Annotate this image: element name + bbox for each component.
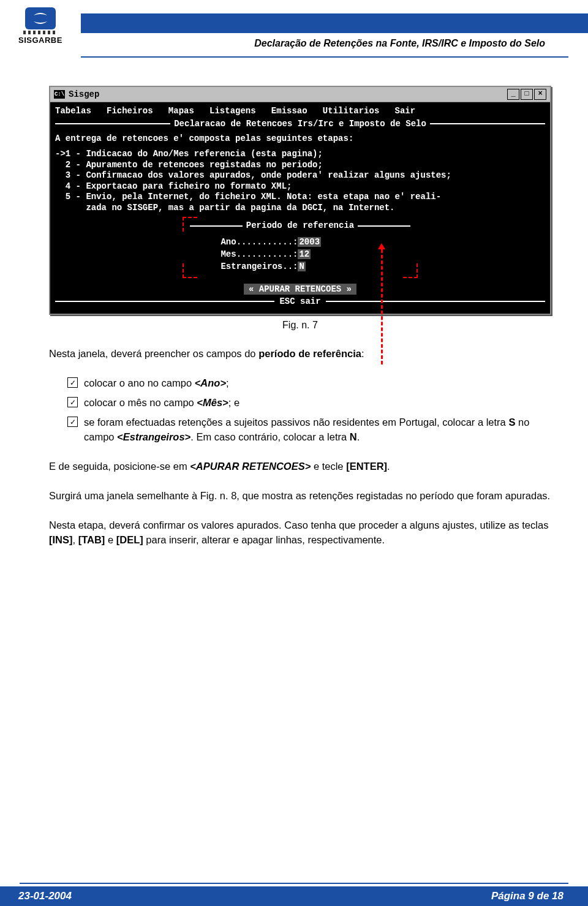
terminal-titlebar: C:\ Sisgep _ □ × <box>50 87 550 102</box>
terminal-window: C:\ Sisgep _ □ × Tabelas Ficheiros Mapas… <box>49 86 551 315</box>
checkbox-icon: ✓ <box>67 417 78 427</box>
apurar-retencoes-button[interactable]: « APURAR RETENCOES » <box>244 284 356 295</box>
panel-title-rule: Declaracao de Retencoes Irs/Irc e Impost… <box>55 118 545 130</box>
footer-date: 23-01-2004 <box>18 890 72 902</box>
check-item-mes: ✓ colocar o mês no campo <Mês>; e <box>67 396 551 410</box>
terminal-sysmenu-icon: C:\ <box>54 90 65 99</box>
terminal-title: Sisgep <box>69 88 99 100</box>
paragraph-fig8: Surgirá uma janela semelhante à Fig. n. … <box>49 489 551 504</box>
maximize-button[interactable]: □ <box>521 89 533 100</box>
logo-icon <box>25 7 56 29</box>
intro-line: A entrega de retencoes e' composta pelas… <box>55 134 545 145</box>
estrangeiros-label: Estrangeiros..: <box>221 262 298 271</box>
mes-label: Mes...........: <box>221 249 298 259</box>
periodo-title: Periodo de referencia <box>243 219 358 232</box>
steps-block: ->1 - Indicacao do Ano/Mes referencia (e… <box>55 149 545 213</box>
esc-rule: ESC sair <box>55 295 545 308</box>
paragraph-apurar: E de seguida, posicione-se em <APURAR RE… <box>49 459 551 474</box>
brand-logo: SISGARBE <box>18 7 62 45</box>
logo-bars-icon <box>23 31 58 34</box>
brand-name: SISGARBE <box>18 36 62 45</box>
header-bar <box>81 13 588 33</box>
row-mes: Mes...........:12 <box>190 248 410 260</box>
estrangeiros-value[interactable]: N <box>298 262 305 271</box>
figure-caption: Fig. n. 7 <box>49 318 551 332</box>
ano-value[interactable]: 2003 <box>298 237 321 247</box>
panel-title: Declaracao de Retencoes Irs/Irc e Impost… <box>170 118 430 130</box>
check-item-ano: ✓ colocar o ano no campo <Ano>; <box>67 376 551 391</box>
close-button[interactable]: × <box>534 89 546 100</box>
row-ano: Ano...........:2003 <box>190 236 410 248</box>
minimize-button[interactable]: _ <box>507 89 519 100</box>
check-item-estrangeiros: ✓ se foram efectuadas retenções a sujeit… <box>67 415 551 445</box>
footer-page: Página 9 de 18 <box>491 890 564 902</box>
paragraph-teclas: Nesta etapa, deverá confirmar os valores… <box>49 518 551 548</box>
header-underline <box>81 56 568 58</box>
row-estrangeiros: Estrangeiros..:N <box>190 260 410 273</box>
checkbox-icon: ✓ <box>67 397 78 407</box>
esc-hint: ESC sair <box>274 295 325 308</box>
mes-value[interactable]: 12 <box>298 249 311 259</box>
checklist: ✓ colocar o ano no campo <Ano>; ✓ coloca… <box>67 376 551 445</box>
intro-paragraph: Nesta janela, deverá preencher os campos… <box>49 347 551 361</box>
document-title: Declaração de Retenções na Fonte, IRS/IR… <box>254 38 545 49</box>
terminal-menubar[interactable]: Tabelas Ficheiros Mapas Listagens Emissa… <box>55 105 545 117</box>
checkbox-icon: ✓ <box>67 377 78 388</box>
page-footer: 23-01-2004 Página 9 de 18 <box>0 883 588 906</box>
ano-label: Ano...........: <box>221 237 298 247</box>
callout-arrow-icon <box>380 248 388 364</box>
page-header: SISGARBE Declaração de Retenções na Font… <box>0 0 588 67</box>
